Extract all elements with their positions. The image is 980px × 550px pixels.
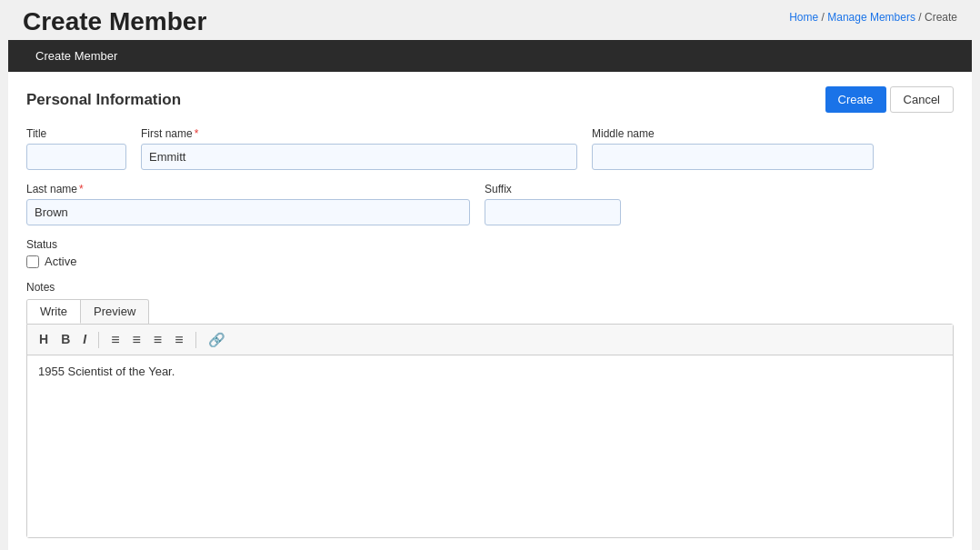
- notes-section: Notes Write Preview H B I ≡ ≡ ≡ ≡ 🔗: [26, 281, 954, 538]
- name-row-1: Title First name* Middle name: [26, 127, 954, 170]
- toolbar-divider-2: [195, 332, 196, 348]
- title-label: Title: [26, 127, 126, 140]
- page-header: Create Member Home / Manage Members / Cr…: [8, 0, 972, 40]
- notes-label: Notes: [26, 281, 954, 294]
- firstname-group: First name*: [141, 127, 577, 170]
- button-row: Create Cancel: [825, 86, 955, 113]
- status-section: Status Active: [26, 238, 954, 268]
- main-content: Personal Information Create Cancel Title…: [8, 72, 972, 550]
- breadcrumb-home[interactable]: Home: [789, 11, 818, 24]
- title-input[interactable]: [26, 144, 126, 170]
- lastname-input[interactable]: [26, 199, 470, 225]
- active-checkbox-row: Active: [26, 255, 954, 268]
- ordered-list-button[interactable]: ≡: [127, 329, 145, 350]
- toolbar-divider-1: [98, 332, 99, 348]
- cancel-button[interactable]: Cancel: [890, 86, 954, 113]
- page-title: Create Member: [23, 7, 206, 36]
- editor-container: H B I ≡ ≡ ≡ ≡ 🔗 1955 Scientist of the Ye…: [26, 324, 954, 538]
- lastname-group: Last name*: [26, 183, 470, 225]
- suffix-group: Suffix: [485, 183, 621, 225]
- heading-button[interactable]: H: [35, 330, 53, 349]
- bold-button[interactable]: B: [56, 330, 75, 349]
- name-row-2: Last name* Suffix: [26, 183, 954, 225]
- tab-create-member[interactable]: Create Member: [23, 40, 130, 72]
- breadcrumb: Home / Manage Members / Create: [789, 7, 957, 24]
- indent-more-button[interactable]: ≡: [170, 329, 187, 350]
- section-title: Personal Information: [26, 91, 181, 109]
- status-label: Status: [26, 238, 954, 251]
- tab-preview[interactable]: Preview: [81, 300, 148, 324]
- middlename-group: Middle name: [592, 127, 874, 170]
- breadcrumb-current: Create: [925, 11, 957, 24]
- tab-write[interactable]: Write: [27, 300, 81, 324]
- link-button[interactable]: 🔗: [204, 330, 230, 350]
- section-header: Personal Information Create Cancel: [26, 86, 954, 113]
- suffix-input[interactable]: [485, 199, 621, 225]
- active-checkbox-label[interactable]: Active: [45, 255, 76, 268]
- breadcrumb-manage[interactable]: Manage Members: [827, 11, 915, 24]
- breadcrumb-sep2: /: [918, 11, 925, 24]
- firstname-label: First name*: [141, 127, 577, 140]
- firstname-input[interactable]: [141, 144, 577, 170]
- middlename-label: Middle name: [592, 127, 874, 140]
- create-button[interactable]: Create: [825, 86, 886, 113]
- suffix-label: Suffix: [485, 183, 621, 195]
- indent-less-button[interactable]: ≡: [149, 329, 166, 350]
- notes-editor[interactable]: 1955 Scientist of the Year.: [27, 355, 953, 537]
- active-checkbox[interactable]: [26, 255, 39, 268]
- editor-tabs: Write Preview: [26, 299, 149, 324]
- unordered-list-button[interactable]: ≡: [106, 329, 124, 350]
- editor-toolbar: H B I ≡ ≡ ≡ ≡ 🔗: [27, 325, 953, 355]
- tab-bar: Create Member: [8, 40, 972, 72]
- lastname-label: Last name*: [26, 183, 470, 195]
- title-group: Title: [26, 127, 126, 170]
- italic-button[interactable]: I: [78, 330, 91, 349]
- middlename-input[interactable]: [592, 144, 874, 170]
